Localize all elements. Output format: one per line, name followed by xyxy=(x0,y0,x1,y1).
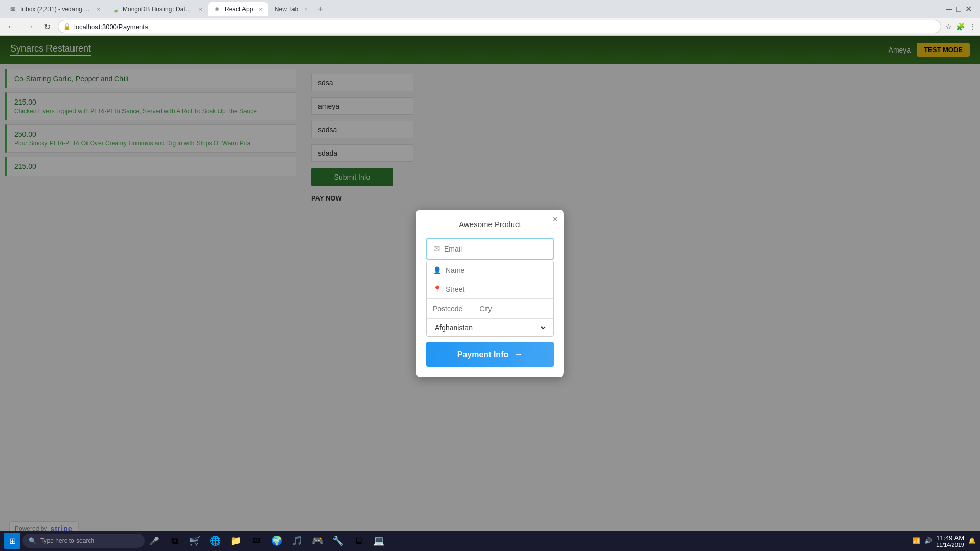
shipping-fields-group: 👤 📍 xyxy=(426,261,554,337)
name-input[interactable] xyxy=(446,266,547,274)
street-field-row[interactable]: 📍 xyxy=(427,280,553,299)
network-icon: 📶 xyxy=(913,537,920,544)
search-icon: 🔍 xyxy=(29,537,36,544)
back-button[interactable]: ← xyxy=(4,21,18,32)
modal-close-button[interactable]: × xyxy=(552,215,558,224)
store-icon[interactable]: 🛒 xyxy=(186,532,204,550)
tool-icon[interactable]: 🔧 xyxy=(329,532,347,550)
country-field-row[interactable]: Afghanistan Albania United States United… xyxy=(427,319,553,336)
edge-icon[interactable]: 🌐 xyxy=(206,532,225,550)
browser-icons: ☆ 🧩 ⋮ xyxy=(945,22,976,31)
tab-favicon-gmail: ✉ xyxy=(10,6,17,13)
postcode-field[interactable] xyxy=(427,299,473,318)
payment-modal: Awesome Product × ✉ 👤 📍 xyxy=(416,210,564,377)
taskbar-right: 📶 🔊 11:49 AM 11/14/2019 🔔 xyxy=(913,534,976,548)
taskbar-time: 11:49 AM xyxy=(936,534,964,542)
forward-button[interactable]: → xyxy=(22,21,37,32)
taskbar-search[interactable]: 🔍 Type here to search xyxy=(22,534,145,548)
taskbar-clock: 11:49 AM 11/14/2019 xyxy=(936,534,964,548)
tab-favicon-react: ⚛ xyxy=(214,6,222,13)
tab-gmail[interactable]: ✉ Inbox (2,231) - vedang.parasnis@... × xyxy=(4,2,106,16)
postcode-city-row xyxy=(427,299,553,319)
star-icon[interactable]: ☆ xyxy=(945,22,952,31)
address-bar-row: ← → ↻ 🔒 localhost:3000/Payments ☆ 🧩 ⋮ xyxy=(0,18,980,35)
task-view-icon[interactable]: ⧉ xyxy=(165,532,184,550)
payment-info-arrow-icon: → xyxy=(513,349,523,360)
email-icon: ✉ xyxy=(433,244,440,254)
tab-close-newtab[interactable]: × xyxy=(304,6,307,12)
name-field-row[interactable]: 👤 xyxy=(427,261,553,280)
tab-label-mongodb: MongoDB Hosting: Database-as... xyxy=(122,6,193,13)
window-controls: ─ □ ✕ xyxy=(946,4,976,14)
taskbar-app-icons: ⧉ 🛒 🌐 📁 ✉ 🌍 🎵 🎮 🔧 🖥 💻 xyxy=(165,532,388,550)
modal-overlay[interactable]: Awesome Product × ✉ 👤 📍 xyxy=(0,36,980,551)
minimize-button[interactable]: ─ xyxy=(946,5,952,14)
tab-react[interactable]: ⚛ React App × xyxy=(208,2,268,16)
email-field-container[interactable]: ✉ xyxy=(426,238,554,260)
address-text: localhost:3000/Payments xyxy=(74,23,148,31)
volume-icon: 🔊 xyxy=(924,537,932,544)
taskbar-search-text: Type here to search xyxy=(40,537,94,544)
modal-title: Awesome Product xyxy=(426,220,554,229)
location-icon: 📍 xyxy=(433,285,442,293)
chrome-icon[interactable]: 🌍 xyxy=(267,532,286,550)
tab-label-gmail: Inbox (2,231) - vedang.parasnis@... xyxy=(20,6,91,13)
new-tab-button[interactable]: + xyxy=(314,2,328,16)
menu-icon[interactable]: ⋮ xyxy=(969,22,976,31)
address-bar[interactable]: 🔒 localhost:3000/Payments xyxy=(58,20,941,33)
game-icon[interactable]: 🎮 xyxy=(308,532,327,550)
street-input[interactable] xyxy=(446,285,547,293)
mail-icon[interactable]: ✉ xyxy=(247,532,265,550)
tab-label-newtab: New Tab xyxy=(275,6,298,13)
postcode-input[interactable] xyxy=(433,305,467,313)
country-select[interactable]: Afghanistan Albania United States United… xyxy=(433,323,547,332)
taskbar: ⊞ 🔍 Type here to search 🎤 ⧉ 🛒 🌐 📁 ✉ 🌍 🎵 … xyxy=(0,531,980,551)
lock-icon: 🔒 xyxy=(63,23,71,30)
files-icon[interactable]: 📁 xyxy=(227,532,245,550)
tab-mongodb[interactable]: 🍃 MongoDB Hosting: Database-as... × xyxy=(106,2,208,16)
reload-button[interactable]: ↻ xyxy=(41,21,54,33)
code-icon[interactable]: 💻 xyxy=(370,532,388,550)
city-input[interactable] xyxy=(479,305,547,313)
tab-newtab[interactable]: New Tab × xyxy=(268,2,314,16)
payment-info-label: Payment Info xyxy=(457,350,508,359)
close-window-button[interactable]: ✕ xyxy=(965,4,972,14)
notification-icon: 🔔 xyxy=(968,537,976,544)
tab-close-react[interactable]: × xyxy=(259,6,262,12)
tab-close-mongodb[interactable]: × xyxy=(199,6,202,12)
maximize-button[interactable]: □ xyxy=(956,5,961,14)
tab-label-react: React App xyxy=(225,6,253,13)
monitor-icon[interactable]: 🖥 xyxy=(349,532,368,550)
start-button[interactable]: ⊞ xyxy=(4,533,20,549)
browser-chrome: ✉ Inbox (2,231) - vedang.parasnis@... × … xyxy=(0,0,980,36)
payment-info-button[interactable]: Payment Info → xyxy=(426,342,554,367)
person-icon: 👤 xyxy=(433,266,442,274)
city-field[interactable] xyxy=(473,299,553,318)
email-input[interactable] xyxy=(444,245,547,253)
tab-bar: ✉ Inbox (2,231) - vedang.parasnis@... × … xyxy=(0,0,980,18)
app-content: Synarcs Restaurent Ameya TEST MODE Co-St… xyxy=(0,36,980,551)
taskbar-date: 11/14/2019 xyxy=(936,542,964,548)
extension-icon[interactable]: 🧩 xyxy=(956,22,965,31)
tab-close-gmail[interactable]: × xyxy=(97,6,100,12)
tab-favicon-mongodb: 🍃 xyxy=(112,6,119,13)
spotify-icon[interactable]: 🎵 xyxy=(288,532,306,550)
microphone-icon[interactable]: 🎤 xyxy=(149,536,159,546)
